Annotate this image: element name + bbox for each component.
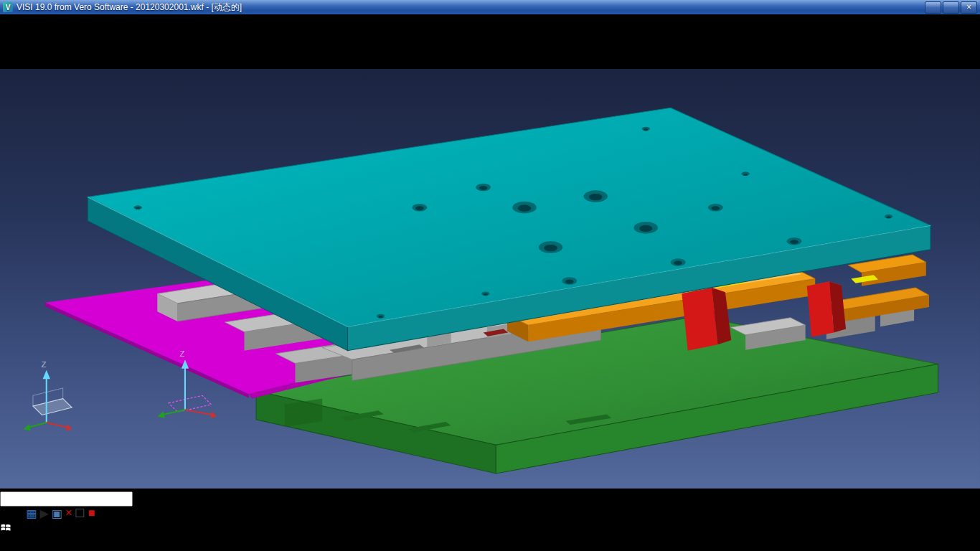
status-bar-upper: 绝对 XY 上视图 ▾ 绝对视图 LAYER_0 ▾ (0, 491, 980, 507)
download-speed-indicator: ▼ 0.1KB/S (98, 507, 158, 519)
coordinate-readout: X = 1222.035 Y = 2556.784 Z = 0000.000 (264, 507, 475, 519)
view-mode-selector[interactable]: 绝对 XY 上视图 ▾ (136, 492, 227, 504)
svg-text:Z: Z (180, 349, 185, 358)
app-icon: V (3, 2, 13, 12)
forward-arrow-icon[interactable]: ▶ (9, 56, 17, 68)
frame-icon[interactable]: ☐ (75, 507, 85, 520)
taskbar-app-visi[interactable]: V (14, 523, 25, 535)
visi-logo-icon: V (0, 14, 8, 27)
menu-item-18[interactable]: 标准件 (471, 28, 505, 40)
menu-item-8[interactable]: 分析 (195, 28, 218, 40)
menu-item-10[interactable]: 尺寸标注 (241, 28, 287, 40)
delete-red-icon[interactable]: × (65, 507, 72, 519)
absolute-view-label: 绝对视图 (227, 492, 273, 504)
menu-company-label: 潇洒五金模具科技 (580, 28, 672, 40)
visi-application-window: V VISI 19.0 from Vero Software - 2012030… (0, 0, 980, 551)
selection-box-icon[interactable]: ▣ (52, 507, 62, 520)
menu-item-11[interactable]: 工程图 (287, 28, 321, 40)
minimize-button[interactable] (925, 1, 941, 14)
units-indicator[interactable]: 毫米 (237, 507, 263, 519)
flag-icon[interactable]: ⚐ (55, 523, 65, 535)
system-tray: 中?▲⚐▟◖ (26, 523, 81, 535)
ime-icon[interactable]: 中 (26, 523, 37, 535)
menu-item-13[interactable]: 视窗 (344, 28, 367, 40)
menu-item-16[interactable]: 塑模 (425, 28, 448, 40)
menu-item-15[interactable]: 线切割 (390, 28, 425, 40)
visi-app-icon: V (14, 523, 22, 535)
menu-item-2[interactable]: 编辑 (23, 28, 46, 40)
side-tool-palette: ◀▶ (0, 55, 980, 69)
cursor-icon[interactable]: ▶ (40, 507, 49, 520)
menu-item-17[interactable]: 冲模 (448, 28, 471, 40)
3d-scene[interactable]: Z Z (0, 69, 980, 489)
viewport-3d[interactable]: Z Z (0, 69, 980, 491)
menu-item-1[interactable]: 文件 (0, 28, 23, 40)
maximize-button[interactable] (943, 1, 959, 14)
menu-item-14[interactable]: 加工 (367, 28, 390, 40)
up-arrow-icon: ▲ (158, 507, 169, 519)
usage-indicator: 2% (218, 507, 238, 519)
stop-red-icon[interactable]: ■ (88, 507, 95, 519)
watermark-site: 资料网 (19, 538, 53, 550)
layer-label: LAYER_0 (276, 492, 326, 504)
menu-item-4[interactable]: 曲面 (80, 28, 103, 40)
absolute-view-button[interactable]: 绝对视图 (227, 492, 275, 504)
menu-bar: V 文件编辑线架构曲面网格实体编辑建模分析电极尺寸标注工程图系统视窗加工线切割塑… (0, 14, 980, 55)
chevron-down-icon: ▾ (329, 492, 334, 504)
menu-item-12[interactable]: 系统 (321, 28, 344, 40)
show-hidden-icon[interactable]: ▲ (43, 523, 55, 535)
menu-item-5[interactable]: 网格 (103, 28, 126, 40)
close-button[interactable]: × (961, 1, 977, 14)
mdi-close-button[interactable]: × (0, 42, 6, 55)
snap-grid-icon[interactable]: ▦ (26, 507, 37, 520)
menu-item-7[interactable]: 建模 (172, 28, 195, 40)
lock-label[interactable]: 拴牢 (0, 507, 23, 519)
menu-item-6[interactable]: 实体编辑 (126, 28, 172, 40)
svg-text:Z: Z (41, 360, 46, 369)
start-button[interactable] (0, 523, 14, 535)
down-arrow-icon: ▼ (98, 507, 110, 519)
watermark-logo: XS (0, 538, 15, 550)
menu-item-9[interactable]: 电极 (218, 28, 241, 40)
back-arrow-icon[interactable]: ◀ (0, 56, 9, 68)
watermark-domain: ZLKBJ516.COM (56, 538, 139, 550)
menu-item-20[interactable]: 鞋模 (551, 28, 574, 40)
menu-item-19[interactable]: 模流分析 (505, 28, 551, 40)
watermark: XS 资料网 ZLKBJ516.COM (0, 537, 980, 551)
windows-taskbar: V 中?▲⚐▟◖ XS 资料网 ZLKBJ516.COM (0, 522, 980, 551)
volume-icon[interactable]: ◖ (74, 523, 81, 535)
search-input[interactable] (0, 491, 133, 507)
windows-flag-icon (0, 522, 11, 533)
menu-item-3[interactable]: 线架构 (46, 28, 80, 40)
window-title: VISI 19.0 from Vero Software - 201203020… (17, 1, 925, 14)
search-box[interactable] (0, 492, 136, 504)
network-icon[interactable]: ▟ (65, 523, 74, 535)
upload-speed-indicator: ▲ 0.1KB/S (158, 507, 217, 519)
chevron-down-icon: ▾ (218, 492, 224, 504)
view-mode-label: 绝对 XY 上视图 (136, 492, 215, 504)
title-bar: V VISI 19.0 from Vero Software - 2012030… (0, 0, 980, 14)
menu-item-21[interactable]: ? (574, 28, 580, 40)
status-bar-lower: 拴牢 ▦▶▣×☐■ ▼ 0.1KB/S ▲ 0.1KB/S 2% 毫米 X = … (0, 507, 980, 522)
layer-selector[interactable]: LAYER_0 ▾ (276, 492, 335, 504)
